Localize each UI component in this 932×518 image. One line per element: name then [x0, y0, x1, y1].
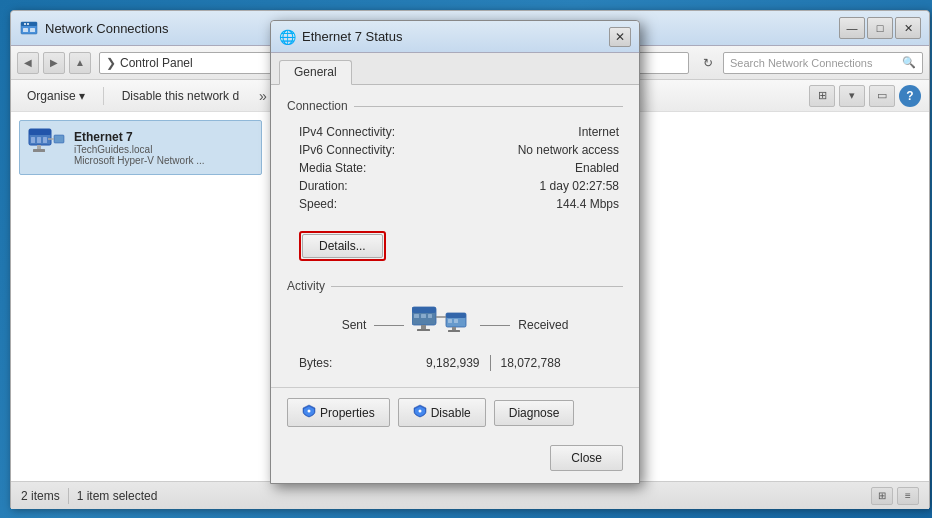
dialog-body: Connection IPv4 Connectivity: Internet I…	[271, 85, 639, 387]
close-btn[interactable]: Close	[550, 445, 623, 471]
toolbar-right: ⊞ ▾ ▭ ?	[809, 85, 921, 107]
speed-row: Speed: 144.4 Mbps	[287, 195, 623, 213]
dialog-action-buttons: Properties Disable Diagnose	[271, 387, 639, 437]
selected-count: 1 item selected	[77, 489, 158, 503]
window-icon	[19, 18, 39, 38]
status-view-btns: ⊞ ≡	[871, 487, 919, 505]
svg-rect-9	[37, 137, 41, 143]
svg-rect-23	[446, 313, 466, 318]
connection-section-header: Connection	[287, 99, 623, 113]
duration-value: 1 day 02:27:58	[438, 177, 623, 195]
bg-minimize-btn[interactable]: —	[839, 17, 865, 39]
network-activity-icon	[412, 303, 472, 347]
activity-section: Activity Sent	[287, 279, 623, 373]
svg-rect-27	[448, 330, 460, 332]
adapter-sub2: Microsoft Hyper-V Network ...	[74, 155, 253, 166]
activity-divider	[331, 286, 623, 287]
media-value: Enabled	[438, 159, 623, 177]
bg-close-btn[interactable]: ✕	[895, 17, 921, 39]
bg-window-controls: — □ ✕	[839, 17, 921, 39]
up-btn[interactable]: ▲	[69, 52, 91, 74]
dialog-title-icon: 🌐	[279, 29, 296, 45]
ipv4-value: Internet	[438, 123, 623, 141]
dialog-footer: Close	[271, 437, 639, 483]
svg-rect-17	[414, 314, 419, 318]
search-box[interactable]: Search Network Connections 🔍	[723, 52, 923, 74]
status-bar: 2 items 1 item selected ⊞ ≡	[11, 481, 929, 509]
back-btn[interactable]: ◀	[17, 52, 39, 74]
svg-rect-4	[23, 28, 28, 32]
adapter-name: Ethernet 7	[74, 130, 253, 144]
svg-rect-19	[428, 314, 432, 318]
speed-value: 144.4 Mbps	[438, 195, 623, 213]
dialog-close-btn[interactable]: ✕	[609, 27, 631, 47]
svg-rect-11	[37, 145, 41, 149]
status-view-grid-btn[interactable]: ⊞	[871, 487, 893, 505]
refresh-btn[interactable]: ↻	[697, 52, 719, 74]
search-icon: 🔍	[902, 56, 916, 69]
svg-rect-5	[30, 28, 35, 32]
svg-rect-8	[31, 137, 35, 143]
bg-maximize-btn[interactable]: □	[867, 17, 893, 39]
status-separator	[68, 488, 69, 504]
ipv6-value: No network access	[438, 141, 623, 159]
adapter-list: Ethernet 7 iTechGuides.local Microsoft H…	[11, 112, 271, 481]
svg-rect-7	[29, 129, 51, 135]
details-btn-highlight: Details...	[299, 231, 386, 261]
ipv6-label: IPv6 Connectivity:	[287, 141, 438, 159]
disable-btn[interactable]: Disable	[398, 398, 486, 427]
disable-network-btn[interactable]: Disable this network d	[114, 87, 247, 105]
sent-line	[374, 325, 404, 326]
duration-row: Duration: 1 day 02:27:58	[287, 177, 623, 195]
properties-btn[interactable]: Properties	[287, 398, 390, 427]
ipv4-label: IPv4 Connectivity:	[287, 123, 438, 141]
adapter-sub1: iTechGuides.local	[74, 144, 253, 155]
svg-rect-10	[43, 137, 47, 143]
adapter-info: Ethernet 7 iTechGuides.local Microsoft H…	[74, 130, 253, 166]
items-count: 2 items	[21, 489, 60, 503]
speed-label: Speed:	[287, 195, 438, 213]
svg-rect-25	[454, 319, 458, 323]
svg-rect-20	[421, 325, 426, 329]
more-toolbar-btn[interactable]: »	[255, 88, 271, 104]
forward-btn[interactable]: ▶	[43, 52, 65, 74]
help-btn[interactable]: ?	[899, 85, 921, 107]
view-dropdown-btn[interactable]: ▾	[839, 85, 865, 107]
activity-label: Activity	[287, 279, 325, 293]
svg-rect-24	[448, 319, 452, 323]
toolbar-separator	[103, 87, 104, 105]
ethernet-status-dialog: 🌐 Ethernet 7 Status ✕ General Connection…	[270, 20, 640, 484]
svg-point-2	[24, 23, 26, 25]
diagnose-btn[interactable]: Diagnose	[494, 400, 575, 426]
bytes-row: Bytes: 9,182,939 18,072,788	[287, 353, 623, 373]
ethernet-adapter-card[interactable]: Ethernet 7 iTechGuides.local Microsoft H…	[19, 120, 262, 175]
details-btn[interactable]: Details...	[302, 234, 383, 258]
svg-point-3	[27, 23, 29, 25]
bytes-sent-value: 9,182,939	[357, 356, 490, 370]
svg-rect-12	[33, 149, 45, 152]
activity-section-header: Activity	[287, 279, 623, 293]
search-placeholder-text: Search Network Connections	[730, 57, 872, 69]
bytes-label: Bytes:	[287, 356, 357, 370]
svg-rect-16	[412, 307, 436, 313]
status-view-list-btn[interactable]: ≡	[897, 487, 919, 505]
duration-label: Duration:	[287, 177, 438, 195]
sent-label: Sent	[342, 318, 367, 332]
media-label: Media State:	[287, 159, 438, 177]
ipv4-row: IPv4 Connectivity: Internet	[287, 123, 623, 141]
svg-point-29	[308, 410, 311, 413]
dialog-tabs: General	[271, 53, 639, 85]
svg-rect-21	[417, 329, 430, 331]
media-state-row: Media State: Enabled	[287, 159, 623, 177]
ipv6-row: IPv6 Connectivity: No network access	[287, 141, 623, 159]
shield-disable-icon	[413, 404, 427, 421]
shield-properties-icon	[302, 404, 316, 421]
svg-point-30	[418, 410, 421, 413]
connection-label: Connection	[287, 99, 348, 113]
organise-btn[interactable]: Organise ▾	[19, 87, 93, 105]
panel-toggle-btn[interactable]: ▭	[869, 85, 895, 107]
tab-general[interactable]: General	[279, 60, 352, 85]
connection-divider	[354, 106, 623, 107]
svg-rect-13	[54, 135, 64, 143]
view-options-btn[interactable]: ⊞	[809, 85, 835, 107]
